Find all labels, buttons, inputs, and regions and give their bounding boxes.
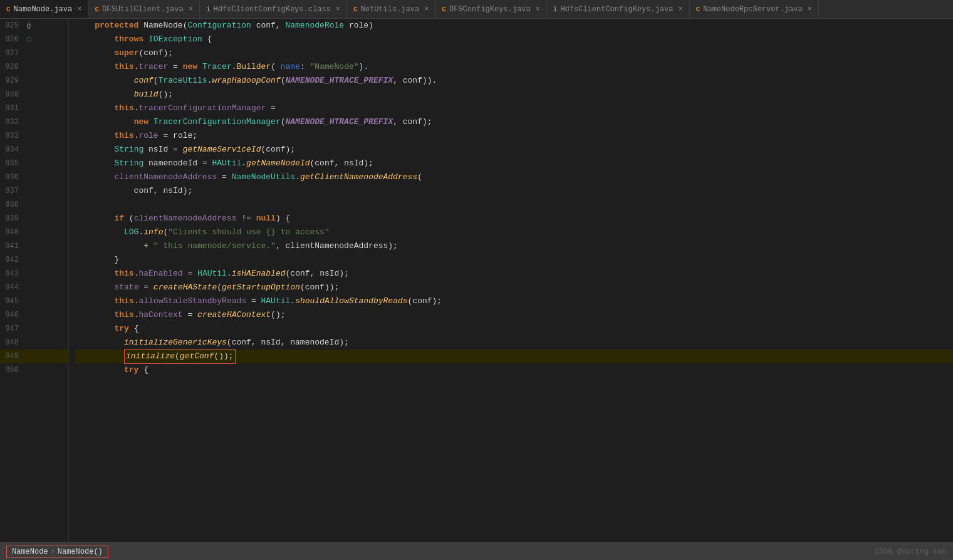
gutter-row-937: 937 — [0, 184, 68, 198]
line-number: 943 — [0, 269, 24, 278]
line-gutter: 925 @ 926 ⬡ 927 928 929 930 931 932 933 … — [0, 19, 69, 542]
line-number: 950 — [0, 366, 24, 375]
line-number: 933 — [0, 132, 24, 140]
line-number: 930 — [0, 90, 24, 99]
line-number: 948 — [0, 338, 24, 347]
breadcrumb-separator: › — [51, 547, 55, 556]
line-number: 939 — [0, 214, 24, 223]
gutter-row-946: 946 — [0, 308, 68, 322]
gutter-row-940: 940 — [0, 226, 68, 239]
line-number: 929 — [0, 76, 24, 85]
tab-label: HdfsClientConfigKeys.java — [560, 5, 673, 14]
watermark-text: CSDN @spring man — [875, 547, 947, 556]
tab-netutils[interactable]: C NetUtils.java × — [347, 0, 435, 19]
tab-close[interactable]: × — [189, 5, 193, 14]
code-line-939: if (clientNamenodeAddress != null) { — [75, 212, 953, 226]
tab-namenode-java[interactable]: C NameNode.java × — [0, 0, 88, 19]
code-line-930: build(); — [75, 88, 953, 101]
tab-label: DFSUtilClient.java — [102, 5, 184, 14]
gutter-row-935: 935 — [0, 157, 68, 170]
gutter-row-948: 948 — [0, 336, 68, 350]
code-line-933: this.role = role; — [75, 129, 953, 143]
breadcrumb-namenode: NameNode — [12, 547, 48, 556]
code-line-946: this.haContext = createHAContext(); — [75, 308, 953, 322]
java-icon: C — [95, 6, 99, 13]
tab-dfsutilclient[interactable]: C DFSUtilClient.java × — [88, 0, 199, 19]
tab-close[interactable]: × — [336, 5, 340, 14]
gutter-row-926: 926 ⬡ — [0, 33, 68, 46]
code-line-934: String nsId = getNameServiceId(conf); — [75, 143, 953, 157]
code-line-949: initialize(getConf()); — [75, 350, 953, 363]
tab-close[interactable]: × — [424, 5, 429, 14]
line-number: 936 — [0, 173, 24, 182]
gutter-row-933: 933 — [0, 129, 68, 143]
tab-namenoderpserver[interactable]: C NameNodeRpcServer.java × — [690, 0, 819, 19]
code-line-932: new TracerConfigurationManager(NAMENODE_… — [75, 115, 953, 129]
tab-dfsconfigkeys[interactable]: C DFSConfigKeys.java × — [435, 0, 546, 19]
tab-bar: C NameNode.java × C DFSUtilClient.java ×… — [0, 0, 953, 19]
line-number: 935 — [0, 159, 24, 168]
line-number: 931 — [0, 104, 24, 113]
code-editor[interactable]: protected NameNode(Configuration conf, N… — [69, 19, 953, 542]
line-number: 945 — [0, 297, 24, 306]
gutter-row-945: 945 — [0, 294, 68, 308]
line-number: 940 — [0, 228, 24, 237]
status-bar: NameNode › NameNode() CSDN @spring man — [0, 542, 953, 560]
line-number: 934 — [0, 145, 24, 154]
code-line-941: + " this namenode/service.", clientNamen… — [75, 239, 953, 253]
line-number: 938 — [0, 200, 24, 209]
java-icon: C — [353, 6, 358, 13]
gutter-row-949: 949 — [0, 350, 68, 363]
line-number: 932 — [0, 118, 24, 127]
line-number: 942 — [0, 256, 24, 264]
gutter-row-939: 939 — [0, 212, 68, 226]
code-line-926: throws IOException { — [75, 33, 953, 46]
line-number: 926 — [0, 35, 24, 44]
gutter-row-932: 932 — [0, 115, 68, 129]
breadcrumb: NameNode › NameNode() — [6, 546, 108, 558]
line-number: 944 — [0, 283, 24, 292]
code-line-935: String namenodeId = HAUtil.getNameNodeId… — [75, 157, 953, 170]
code-line-931: this.tracerConfigurationManager = — [75, 101, 953, 115]
gutter-row-925: 925 @ — [0, 19, 68, 33]
code-line-937: conf, nsId); — [75, 184, 953, 198]
code-line-950: try { — [75, 363, 953, 377]
tab-label: HdfsClientConfigKeys.class — [213, 5, 330, 14]
java-icon: C — [6, 6, 11, 13]
code-line-940: LOG.info("Clients should use {} to acces… — [75, 226, 953, 239]
code-line-938 — [75, 198, 953, 212]
code-line-943: this.haEnabled = HAUtil.isHAEnabled(conf… — [75, 267, 953, 281]
code-line-925: protected NameNode(Configuration conf, N… — [75, 19, 953, 33]
gutter-row-929: 929 — [0, 74, 68, 88]
tab-close-namenode[interactable]: × — [77, 5, 81, 14]
gutter-row-936: 936 — [0, 170, 68, 184]
gutter-row-938: 938 — [0, 198, 68, 212]
gutter-row-928: 928 — [0, 60, 68, 74]
tab-close[interactable]: × — [678, 5, 682, 14]
tab-label: NetUtils.java — [361, 5, 420, 14]
code-line-927: super(conf); — [75, 46, 953, 60]
gutter-row-927: 927 — [0, 46, 68, 60]
code-line-945: this.allowStaleStandbyReads = HAUtil.sho… — [75, 294, 953, 308]
bookmark-icon: ⬡ — [24, 36, 34, 43]
tab-close[interactable]: × — [536, 5, 540, 14]
tab-hdfsclientconfigkeys-class[interactable]: i HdfsClientConfigKeys.class × — [200, 0, 347, 19]
highlighted-code-box: initialize(getConf()); — [124, 349, 236, 364]
java-icon: C — [442, 6, 446, 13]
tab-label: DFSConfigKeys.java — [449, 5, 531, 14]
class-icon: i — [553, 6, 558, 13]
gutter-row-934: 934 — [0, 143, 68, 157]
line-number: 949 — [0, 352, 24, 361]
class-icon: i — [206, 6, 211, 13]
tab-hdfsclientconfigkeys-java[interactable]: i HdfsClientConfigKeys.java × — [547, 0, 690, 19]
tab-close[interactable]: × — [808, 5, 812, 14]
gutter-row-930: 930 — [0, 88, 68, 101]
code-line-936: clientNamenodeAddress = NameNodeUtils.ge… — [75, 170, 953, 184]
code-line-942: } — [75, 253, 953, 267]
line-number: 941 — [0, 242, 24, 251]
code-line-947: try { — [75, 322, 953, 336]
gutter-row-942: 942 — [0, 253, 68, 267]
gutter-row-947: 947 — [0, 322, 68, 336]
line-number: 947 — [0, 324, 24, 333]
line-number: 937 — [0, 187, 24, 195]
